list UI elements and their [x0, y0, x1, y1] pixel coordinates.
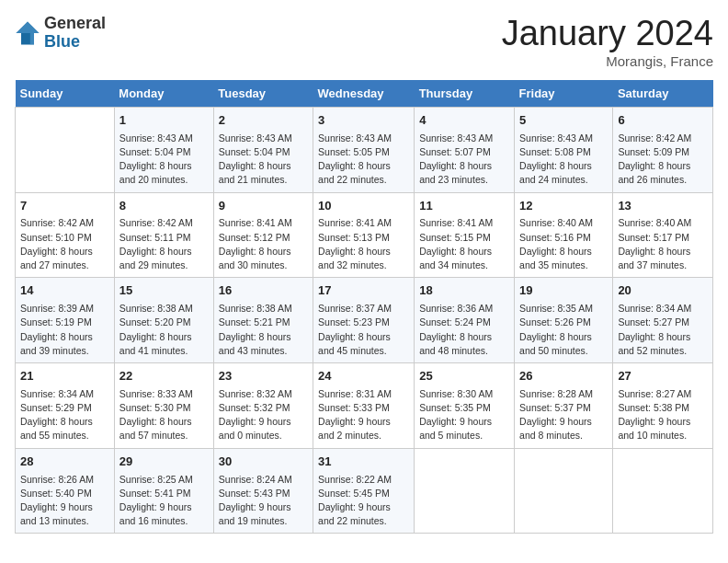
logo-text: General Blue	[44, 15, 106, 52]
day-number: 8	[119, 198, 209, 215]
calendar-cell: 18Sunrise: 8:36 AMSunset: 5:24 PMDayligh…	[415, 278, 515, 363]
day-number: 9	[219, 198, 308, 215]
calendar-cell: 5Sunrise: 8:43 AMSunset: 5:08 PMDaylight…	[515, 107, 613, 192]
calendar-cell	[16, 107, 115, 192]
month-title: January 2024	[502, 15, 713, 53]
calendar-cell: 28Sunrise: 8:26 AMSunset: 5:40 PMDayligh…	[16, 448, 115, 534]
col-header-tuesday: Tuesday	[213, 80, 313, 108]
day-info: Sunrise: 8:36 AMSunset: 5:24 PMDaylight:…	[419, 302, 509, 358]
day-number: 4	[419, 112, 509, 130]
day-info: Sunrise: 8:40 AMSunset: 5:16 PMDaylight:…	[519, 216, 608, 272]
logo: General Blue	[15, 15, 106, 52]
day-info: Sunrise: 8:40 AMSunset: 5:17 PMDaylight:…	[618, 216, 708, 272]
calendar-cell: 4Sunrise: 8:43 AMSunset: 5:07 PMDaylight…	[415, 107, 515, 192]
calendar-cell: 25Sunrise: 8:30 AMSunset: 5:35 PMDayligh…	[415, 362, 515, 448]
calendar-cell: 16Sunrise: 8:38 AMSunset: 5:21 PMDayligh…	[213, 278, 313, 363]
calendar-cell: 19Sunrise: 8:35 AMSunset: 5:26 PMDayligh…	[515, 278, 613, 363]
calendar-cell: 7Sunrise: 8:42 AMSunset: 5:10 PMDaylight…	[16, 192, 115, 278]
day-info: Sunrise: 8:41 AMSunset: 5:15 PMDaylight:…	[419, 216, 509, 272]
day-info: Sunrise: 8:25 AMSunset: 5:41 PMDaylight:…	[119, 473, 209, 529]
day-number: 25	[419, 368, 509, 385]
day-number: 10	[318, 198, 409, 215]
day-info: Sunrise: 8:28 AMSunset: 5:37 PMDaylight:…	[519, 387, 608, 443]
calendar-cell: 20Sunrise: 8:34 AMSunset: 5:27 PMDayligh…	[613, 278, 713, 363]
calendar-cell: 3Sunrise: 8:43 AMSunset: 5:05 PMDaylight…	[313, 107, 415, 192]
week-row-1: 1Sunrise: 8:43 AMSunset: 5:04 PMDaylight…	[16, 107, 713, 192]
calendar-cell: 29Sunrise: 8:25 AMSunset: 5:41 PMDayligh…	[114, 448, 213, 534]
day-number: 11	[419, 198, 509, 215]
day-number: 29	[119, 454, 209, 471]
week-row-5: 28Sunrise: 8:26 AMSunset: 5:40 PMDayligh…	[16, 448, 713, 534]
day-number: 13	[618, 198, 708, 215]
day-info: Sunrise: 8:41 AMSunset: 5:12 PMDaylight:…	[219, 216, 308, 272]
header-row: SundayMondayTuesdayWednesdayThursdayFrid…	[16, 80, 713, 108]
day-info: Sunrise: 8:43 AMSunset: 5:05 PMDaylight:…	[318, 132, 409, 188]
col-header-friday: Friday	[515, 80, 613, 108]
day-number: 15	[119, 282, 209, 300]
col-header-monday: Monday	[114, 80, 213, 108]
week-row-2: 7Sunrise: 8:42 AMSunset: 5:10 PMDaylight…	[16, 192, 713, 278]
day-info: Sunrise: 8:31 AMSunset: 5:33 PMDaylight:…	[318, 387, 409, 443]
day-info: Sunrise: 8:38 AMSunset: 5:21 PMDaylight:…	[219, 302, 308, 358]
logo-general-text: General	[44, 15, 106, 33]
day-info: Sunrise: 8:24 AMSunset: 5:43 PMDaylight:…	[219, 473, 308, 529]
day-info: Sunrise: 8:43 AMSunset: 5:04 PMDaylight:…	[119, 132, 209, 188]
calendar-cell: 22Sunrise: 8:33 AMSunset: 5:30 PMDayligh…	[114, 362, 213, 448]
calendar-cell: 15Sunrise: 8:38 AMSunset: 5:20 PMDayligh…	[114, 278, 213, 363]
calendar-cell: 30Sunrise: 8:24 AMSunset: 5:43 PMDayligh…	[213, 448, 313, 534]
location-text: Morangis, France	[502, 53, 713, 69]
col-header-wednesday: Wednesday	[313, 80, 415, 108]
calendar-cell: 21Sunrise: 8:34 AMSunset: 5:29 PMDayligh…	[16, 362, 115, 448]
day-info: Sunrise: 8:42 AMSunset: 5:11 PMDaylight:…	[119, 216, 209, 272]
day-number: 23	[219, 368, 308, 385]
day-info: Sunrise: 8:30 AMSunset: 5:35 PMDaylight:…	[419, 387, 509, 443]
day-number: 26	[519, 368, 608, 385]
day-number: 1	[119, 112, 209, 130]
logo-icon	[15, 20, 40, 46]
day-number: 14	[20, 282, 109, 300]
col-header-thursday: Thursday	[415, 80, 515, 108]
calendar-cell: 8Sunrise: 8:42 AMSunset: 5:11 PMDaylight…	[114, 192, 213, 278]
day-number: 31	[318, 454, 409, 471]
calendar-table: SundayMondayTuesdayWednesdayThursdayFrid…	[15, 80, 713, 534]
day-info: Sunrise: 8:34 AMSunset: 5:27 PMDaylight:…	[618, 302, 708, 358]
day-info: Sunrise: 8:37 AMSunset: 5:23 PMDaylight:…	[318, 302, 409, 358]
calendar-cell: 31Sunrise: 8:22 AMSunset: 5:45 PMDayligh…	[313, 448, 415, 534]
logo-blue-text: Blue	[44, 33, 106, 52]
calendar-cell: 13Sunrise: 8:40 AMSunset: 5:17 PMDayligh…	[613, 192, 713, 278]
day-number: 18	[419, 282, 509, 300]
day-number: 17	[318, 282, 409, 300]
week-row-4: 21Sunrise: 8:34 AMSunset: 5:29 PMDayligh…	[16, 362, 713, 448]
calendar-cell	[415, 448, 515, 534]
page-header: General Blue January 2024 Morangis, Fran…	[15, 15, 713, 69]
day-number: 2	[219, 112, 308, 130]
day-info: Sunrise: 8:42 AMSunset: 5:09 PMDaylight:…	[618, 132, 708, 188]
calendar-cell: 1Sunrise: 8:43 AMSunset: 5:04 PMDaylight…	[114, 107, 213, 192]
day-info: Sunrise: 8:43 AMSunset: 5:07 PMDaylight:…	[419, 132, 509, 188]
title-block: January 2024 Morangis, France	[502, 15, 713, 69]
day-info: Sunrise: 8:26 AMSunset: 5:40 PMDaylight:…	[20, 473, 109, 529]
calendar-cell: 24Sunrise: 8:31 AMSunset: 5:33 PMDayligh…	[313, 362, 415, 448]
day-number: 16	[219, 282, 308, 300]
calendar-cell: 23Sunrise: 8:32 AMSunset: 5:32 PMDayligh…	[213, 362, 313, 448]
day-info: Sunrise: 8:41 AMSunset: 5:13 PMDaylight:…	[318, 216, 409, 272]
calendar-cell: 9Sunrise: 8:41 AMSunset: 5:12 PMDaylight…	[213, 192, 313, 278]
day-info: Sunrise: 8:35 AMSunset: 5:26 PMDaylight:…	[519, 302, 608, 358]
day-info: Sunrise: 8:42 AMSunset: 5:10 PMDaylight:…	[20, 216, 109, 272]
day-number: 7	[20, 198, 109, 215]
day-number: 6	[618, 112, 708, 130]
day-number: 28	[20, 454, 109, 471]
col-header-sunday: Sunday	[16, 80, 115, 108]
day-info: Sunrise: 8:33 AMSunset: 5:30 PMDaylight:…	[119, 387, 209, 443]
calendar-cell: 17Sunrise: 8:37 AMSunset: 5:23 PMDayligh…	[313, 278, 415, 363]
day-number: 27	[618, 368, 708, 385]
day-info: Sunrise: 8:39 AMSunset: 5:19 PMDaylight:…	[20, 302, 109, 358]
day-number: 5	[519, 112, 608, 130]
calendar-cell: 2Sunrise: 8:43 AMSunset: 5:04 PMDaylight…	[213, 107, 313, 192]
day-number: 19	[519, 282, 608, 300]
calendar-cell: 11Sunrise: 8:41 AMSunset: 5:15 PMDayligh…	[415, 192, 515, 278]
day-number: 3	[318, 112, 409, 130]
day-info: Sunrise: 8:38 AMSunset: 5:20 PMDaylight:…	[119, 302, 209, 358]
col-header-saturday: Saturday	[613, 80, 713, 108]
day-info: Sunrise: 8:34 AMSunset: 5:29 PMDaylight:…	[20, 387, 109, 443]
